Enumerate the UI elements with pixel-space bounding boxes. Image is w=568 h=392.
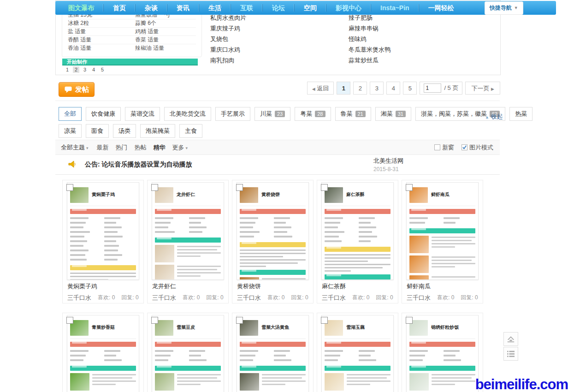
recipe-link[interactable]: 怪味鸡 <box>349 34 390 44</box>
filter-凉菜[interactable]: 凉菜 <box>59 124 82 138</box>
quick-nav-button[interactable]: 快捷导航 ▼ <box>485 1 523 15</box>
thread-select-checkbox[interactable] <box>321 184 328 191</box>
recipe-link[interactable]: 叉烧包 <box>210 34 246 44</box>
preview-page-5[interactable]: 5 <box>99 66 106 73</box>
filter-count-badge: 28 <box>315 111 325 117</box>
scope-dropdown[interactable]: 全部主题▾ <box>61 143 89 152</box>
filter-热菜[interactable]: 热菜 <box>509 107 532 121</box>
recipe-link[interactable]: 蒜茸炒丝瓜 <box>349 55 390 65</box>
pagination-page-3[interactable]: 3 <box>370 82 384 95</box>
thread-select-checkbox[interactable] <box>236 317 243 324</box>
collapse-link[interactable]: ▲ 收起 <box>485 113 503 121</box>
nav-item-互联[interactable]: 互联 <box>231 4 262 12</box>
sort-热门[interactable]: 热门 <box>116 143 128 152</box>
new-post-button[interactable]: 发帖 <box>59 82 95 97</box>
filter-手艺展示[interactable]: 手艺展示 <box>215 107 250 121</box>
list-mode-button[interactable] <box>503 347 518 361</box>
recipe-link[interactable]: 重庆口水鸡 <box>210 44 246 55</box>
sort-更多[interactable]: 更多▾ <box>172 143 188 152</box>
thread-select-checkbox[interactable] <box>406 317 413 324</box>
filter-汤类[interactable]: 汤类 <box>113 124 136 138</box>
filter-面食[interactable]: 面食 <box>86 124 109 138</box>
thread-thumbnail[interactable]: 雪菜豆皮 <box>152 315 224 392</box>
thread-title[interactable]: 龙井虾仁 <box>152 282 176 291</box>
thread-thumbnail[interactable]: 黄焖栗子鸡 <box>67 182 139 280</box>
thread-title[interactable]: 麻仁茶酥 <box>322 282 346 291</box>
page-jump-input[interactable] <box>424 83 441 93</box>
thread-thumbnail[interactable]: 黄桥烧饼 <box>237 182 309 280</box>
sort-热帖[interactable]: 热帖 <box>135 143 147 152</box>
thread-thumbnail[interactable]: 麻仁茶酥 <box>321 182 394 280</box>
nav-item-一网轻松[interactable]: 一网轻松 <box>419 4 463 12</box>
filter-鲁菜[interactable]: 鲁菜21 <box>335 107 371 121</box>
thread-author[interactable]: 三千口水 <box>407 294 431 302</box>
filter-泡菜腌菜[interactable]: 泡菜腌菜 <box>140 124 175 138</box>
thread-select-checkbox[interactable] <box>406 184 413 191</box>
thread-select-checkbox[interactable] <box>66 317 73 324</box>
new-window-checkbox[interactable]: 新窗 <box>434 143 454 152</box>
thread-select-checkbox[interactable] <box>236 184 243 191</box>
thread-author[interactable]: 三千口水 <box>67 294 91 302</box>
thread-select-checkbox[interactable] <box>66 184 73 191</box>
thread-select-checkbox[interactable] <box>151 317 158 324</box>
recipe-link[interactable]: 南乳扣肉 <box>210 55 246 65</box>
thread-title[interactable]: 黄焖栗子鸡 <box>67 282 97 291</box>
start-cooking-button[interactable]: 开始制作 <box>62 59 198 65</box>
thread-select-checkbox[interactable] <box>151 184 158 191</box>
sort-最新[interactable]: 最新 <box>97 143 109 152</box>
announcement-author[interactable]: 北美生活网 <box>373 157 403 165</box>
thread-title[interactable]: 黄桥烧饼 <box>237 282 261 291</box>
preview-page-3[interactable]: 3 <box>82 66 88 73</box>
pagination-page-2[interactable]: 2 <box>353 82 367 95</box>
filter-菜谱交流[interactable]: 菜谱交流 <box>125 107 160 121</box>
pagination-back-button[interactable]: ◀ 返回 <box>307 82 334 95</box>
thread-author[interactable]: 三千口水 <box>237 294 261 302</box>
pagination-next-button[interactable]: 下一页 ▶ <box>465 82 500 95</box>
nav-item-生活[interactable]: 生活 <box>199 4 231 12</box>
announcement-meta: 北美生活网 2015-8-31 <box>373 157 403 172</box>
preview-page-4[interactable]: 4 <box>90 66 97 73</box>
thread-thumbnail[interactable]: 雪菜大汤黄鱼 <box>237 315 309 392</box>
thread-author[interactable]: 三千口水 <box>322 294 346 302</box>
nav-item-图文瀑布[interactable]: 图文瀑布 <box>59 4 103 12</box>
nav-item-首页[interactable]: 首页 <box>103 4 135 12</box>
thread-select-checkbox[interactable] <box>321 317 328 324</box>
filter-全部[interactable]: 全部 <box>59 107 82 121</box>
nav-item-资讯[interactable]: 资讯 <box>167 4 199 12</box>
step-photo <box>240 277 259 280</box>
pagination-page-5[interactable]: 5 <box>403 82 417 95</box>
nav-item-Insta~Pin[interactable]: Insta~Pin <box>371 4 419 12</box>
text-line <box>325 217 343 219</box>
thread-title[interactable]: 鲜虾南瓜 <box>407 282 431 291</box>
filter-粤菜[interactable]: 粤菜28 <box>295 107 331 121</box>
back-to-top-button[interactable] <box>503 332 518 346</box>
thread-thumbnail[interactable]: 雪湖玉藕 <box>321 315 394 392</box>
nav-item-影视中心[interactable]: 影视中心 <box>326 4 371 12</box>
recipe-link[interactable]: 冬瓜薏米煲水鸭 <box>349 44 390 55</box>
filter-饮食健康[interactable]: 饮食健康 <box>86 107 121 121</box>
pagination-page-1[interactable]: 1 <box>337 82 350 95</box>
nav-item-杂谈[interactable]: 杂谈 <box>135 4 167 12</box>
thread-thumbnail[interactable]: 青菜炒香菇 <box>67 315 139 392</box>
pagination-page-4[interactable]: 4 <box>386 82 400 95</box>
thread-author[interactable]: 三千口水 <box>152 294 176 302</box>
filter-川菜[interactable]: 川菜23 <box>254 107 290 121</box>
preview-page-2[interactable]: 2 <box>73 66 79 73</box>
filter-主食[interactable]: 主食 <box>179 124 202 138</box>
recipe-link[interactable]: 重庆辣子鸡 <box>210 23 246 34</box>
recipe-link[interactable]: 麻辣串串锅 <box>349 23 390 34</box>
thread-thumbnail[interactable]: 锦绣虾粒炒饭 <box>406 315 479 392</box>
thread-thumbnail[interactable]: 龙井虾仁 <box>152 182 224 280</box>
text-line <box>359 217 374 219</box>
filter-北美吃货交流[interactable]: 北美吃货交流 <box>164 107 211 121</box>
ingredient-line <box>70 216 136 221</box>
sort-精华[interactable]: 精华 <box>154 143 166 152</box>
filter-湘菜[interactable]: 湘菜31 <box>375 107 411 121</box>
nav-item-论坛[interactable]: 论坛 <box>262 4 294 12</box>
thread-thumbnail[interactable]: 鲜虾南瓜 <box>406 182 479 280</box>
nav-item-空间[interactable]: 空间 <box>294 4 326 12</box>
image-mode-checkbox[interactable]: 图片模式 <box>462 143 493 152</box>
announcement-link[interactable]: 公告: 论坛音乐播放器设置为自动播放 <box>85 160 192 169</box>
likes-count: 喜欢: 0 <box>352 294 369 302</box>
preview-page-1[interactable]: 1 <box>64 66 71 73</box>
